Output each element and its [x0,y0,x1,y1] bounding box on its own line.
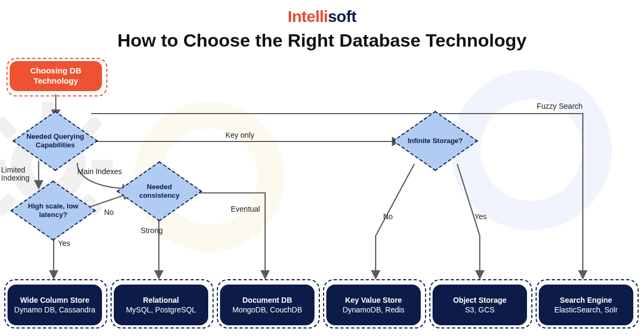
result-wide-column: Wide Column StoreDynamo DB, Cassandra [8,285,102,325]
edge-label-yes1: Yes [58,239,70,248]
result-sub: MySQL, PostgreSQL [126,305,196,315]
edge-label-fuzzy: Fuzzy Search [537,102,583,110]
decision-querying: Needed Querying Capabilities [20,117,90,165]
start-node: Choosing DB Technology [10,61,102,91]
page-title: How to Choose the Right Database Technol… [0,30,644,51]
edge-label-yes2: Yes [474,212,487,221]
edge-label-strong: Strong [141,226,163,235]
decision-infinite-storage: Infinite Storage? [400,117,470,165]
result-search: Search EngineElasticSearch, Solr [539,285,633,325]
decision-scale-latency: High scale, low latency? [18,186,88,235]
edge-label-eventual: Eventual [231,205,260,213]
result-sub: MongoDB, CouchDB [232,305,302,315]
svg-point-13 [480,99,582,201]
decision-consistency: Needed consistency [125,167,194,215]
edge-label-no1: No [104,208,114,216]
edge-label-keyonly: Key only [225,131,254,139]
result-object: Object StorageS3, GCS [433,285,527,325]
diagram-canvas: Intellisoft How to Choose the Right Data… [0,0,644,336]
edge-label-no2: No [383,212,393,221]
decision-label: Needed consistency [125,167,194,215]
decision-label: Needed Querying Capabilities [20,117,90,165]
result-title: Search Engine [560,295,612,305]
result-relational: RelationalMySQL, PostgreSQL [114,285,208,325]
edge-label-mainidx: Main Indexes [77,167,122,176]
result-title: Object Storage [453,295,507,305]
result-title: Relational [143,295,179,305]
logo-part-2: soft [328,8,356,25]
result-document: Document DBMongoDB, CouchDB [220,285,314,325]
result-title: Wide Column Store [20,295,90,305]
result-title: Document DB [243,295,292,305]
result-keyvalue: Key Value StoreDynamoDB, Redis [326,285,421,325]
result-sub: S3, GCS [465,305,494,315]
decision-label: Infinite Storage? [400,117,470,165]
result-title: Key Value Store [345,295,402,305]
result-sub: DynamoDB, Redis [342,305,404,315]
decision-label: High scale, low latency? [18,186,88,235]
result-sub: Dynamo DB, Cassandra [14,305,96,315]
edge-label-limidx: Limited Indexing [1,166,35,183]
brand-logo: Intellisoft [0,8,644,26]
result-sub: ElasticSearch, Solr [554,305,618,315]
svg-rect-5 [0,115,18,139]
logo-part-1: Intelli [288,8,328,25]
